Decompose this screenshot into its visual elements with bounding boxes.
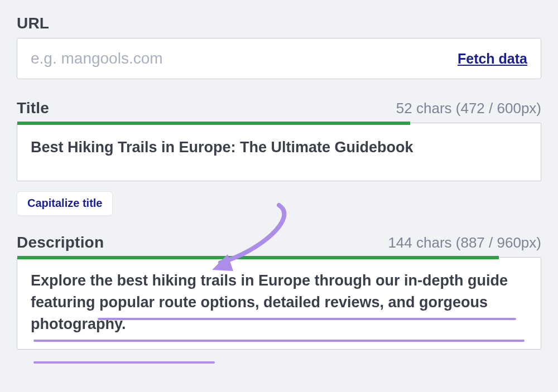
url-field-container: Fetch data	[17, 38, 541, 79]
title-input[interactable]: Best Hiking Trails in Europe: The Ultima…	[31, 138, 527, 157]
description-char-info: 144 chars (887 / 960px)	[388, 234, 541, 251]
url-input[interactable]	[31, 50, 449, 67]
capitalize-title-button[interactable]: Capitalize title	[17, 191, 113, 216]
description-field-container: Explore the best hiking trails in Europe…	[17, 257, 541, 349]
title-label: Title	[17, 99, 49, 117]
annotation-underline	[33, 361, 215, 364]
title-field-container: Best Hiking Trails in Europe: The Ultima…	[17, 123, 541, 181]
description-input[interactable]: Explore the best hiking trails in Europe…	[31, 270, 527, 335]
description-progress-bar	[17, 256, 499, 259]
annotation-underline	[33, 340, 525, 342]
description-label: Description	[17, 234, 104, 251]
fetch-data-link[interactable]: Fetch data	[458, 51, 527, 67]
title-char-info: 52 chars (472 / 600px)	[396, 100, 541, 117]
annotation-underline	[98, 318, 516, 320]
url-label: URL	[17, 14, 49, 32]
title-progress-bar	[17, 122, 410, 125]
